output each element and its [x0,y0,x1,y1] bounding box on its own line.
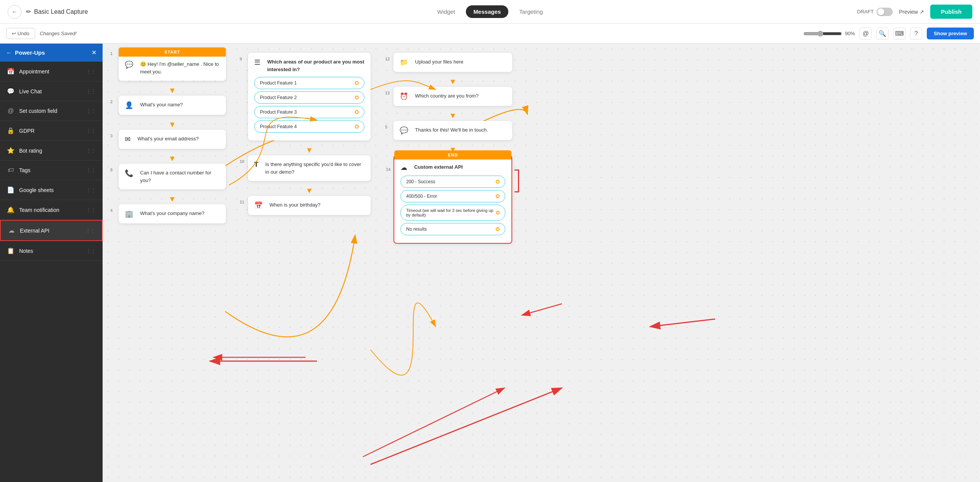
node-13-text: Which country are you from? [415,92,506,100]
option-pf3[interactable]: Product Feature 3 [254,106,364,118]
zoom-slider[interactable] [804,31,842,37]
node-11[interactable]: 11 📅 When is your birthday? [248,196,371,215]
drag-handle-set-custom-field: ⋮⋮ [87,108,96,114]
sidebar-item-google-sheets[interactable]: 📄 Google sheets ⋮⋮ [0,180,103,200]
arrow-12: ▼ [394,77,512,86]
sidebar-item-bot-rating[interactable]: ⭐ Bot rating ⋮⋮ [0,141,103,161]
back-button[interactable]: ← [8,5,21,19]
node-10[interactable]: 10 T Is there anything specific you'd li… [248,155,371,181]
sidebar-label-tags: Tags [19,167,31,173]
start-label: START [119,47,226,57]
saved-status: Changes Saved! [40,31,77,36]
node-9-num: 9 [240,57,242,61]
node-3-num: 3 [110,134,113,138]
svg-line-8 [363,388,505,457]
option-pf2[interactable]: Product Feature 2 [254,91,364,104]
node-2-text: What's your name? [140,101,220,109]
nav-right: DRAFT Preview ↗ Publish [857,5,972,19]
node-8-text: Can I have a contact number for you? [140,169,220,184]
draft-switch[interactable] [877,8,893,16]
node-13-num: 13 [385,91,390,95]
drag-handle-bot-rating: ⋮⋮ [87,148,96,153]
node-9-options: Product Feature 1 Product Feature 2 Prod… [254,77,364,133]
sidebar-item-left-gdpr: 🔒 GDPR [7,127,34,134]
node-13[interactable]: 13 ⏰ Which country are you from? [394,87,512,106]
sidebar-items-list: 📅 Appointment ⋮⋮ 💬 Live Chat ⋮⋮ @ Set cu… [0,62,103,261]
sidebar-item-tags[interactable]: 🏷 Tags ⋮⋮ [0,161,103,180]
sidebar-item-gdpr[interactable]: 🔒 GDPR ⋮⋮ [0,121,103,141]
node-8-num: 8 [110,168,113,172]
sidebar-item-appointment[interactable]: 📅 Appointment ⋮⋮ [0,62,103,81]
flow-canvas[interactable]: START 💬 😊 Hey! I'm @seller_name . Nice t… [103,44,980,482]
sidebar-item-team-notification[interactable]: 🔔 Team notification ⋮⋮ [0,200,103,220]
node-8[interactable]: 8 📞 Can I have a contact number for you? [119,164,226,189]
drag-handle-external-api: ⋮⋮ [86,228,95,233]
flow-col-2: 9 ☰ Which areas of our product are you m… [248,53,371,220]
node-14-text: Custom external API [414,163,505,171]
tab-widget[interactable]: Widget [430,5,463,18]
at-icon-button[interactable]: @ [859,28,872,40]
start-node[interactable]: START 💬 😊 Hey! I'm @seller_name . Nice t… [119,47,226,81]
arrow-2: ▼ [119,120,226,129]
sidebar-item-notes[interactable]: 📋 Notes ⋮⋮ [0,241,103,261]
node-12[interactable]: 12 📁 Upload your files here [394,53,512,72]
main-layout: ← Power-Ups ✕ 📅 Appointment ⋮⋮ 💬 Live Ch… [0,44,980,482]
help-icon-button[interactable]: ? [910,28,922,40]
node-2-num: 2 [110,99,113,104]
option-pf4[interactable]: Product Feature 4 [254,120,364,133]
node-9[interactable]: 9 ☰ Which areas of our product are you m… [248,53,371,140]
node-2[interactable]: 2 👤 What's your name? [119,96,226,115]
show-preview-button[interactable]: Show preview [927,28,974,39]
node-14-end[interactable]: END 14 ☁ Custom external API 200 - Succe… [394,155,512,244]
sidebar-label-set-custom-field: Set custom field [19,108,57,114]
publish-button[interactable]: Publish [930,5,972,19]
sidebar-label-gdpr: GDPR [19,128,34,134]
drag-handle-gdpr: ⋮⋮ [87,128,96,134]
option-no-results[interactable]: No results [400,223,505,235]
sidebar-close-icon[interactable]: ✕ [91,49,96,56]
node-3[interactable]: 3 ✉ What's your email address? [119,130,226,149]
sidebar-item-left-external-api: ☁ External API [8,227,49,234]
top-nav: ← ✏ Basic Lead Capture Widget Messages T… [0,0,980,24]
zoom-control: 90% [804,31,855,37]
option-400[interactable]: 400/500 - Error [400,190,505,202]
node-14-options: 200 - Success 400/500 - Error Timeout (w… [400,176,505,235]
node-10-num: 10 [240,159,244,164]
sidebar-icon-team-notification: 🔔 [7,206,15,213]
tab-messages[interactable]: Messages [466,5,509,18]
search-icon-button[interactable]: 🔍 [876,28,889,40]
node-12-icon: 📁 [400,58,408,67]
arrow-13: ▼ [394,111,512,120]
sidebar-item-live-chat[interactable]: 💬 Live Chat ⋮⋮ [0,81,103,101]
node-13-icon: ⏰ [400,92,408,101]
draft-toggle: DRAFT [857,8,893,16]
node-5[interactable]: 5 💬 Thanks for this! We'll be in touch. [394,121,512,140]
node-14-icon: ☁ [400,163,407,172]
flow-connections-svg [103,44,980,482]
option-pf1[interactable]: Product Feature 1 [254,77,364,89]
sidebar-item-set-custom-field[interactable]: @ Set custom field ⋮⋮ [0,101,103,121]
tab-targeting[interactable]: Targeting [511,5,550,18]
sidebar-item-left-set-custom-field: @ Set custom field [7,107,57,114]
sidebar-icon-appointment: 📅 [7,68,15,75]
node-9-icon: ☰ [254,58,260,67]
undo-button[interactable]: ↩ Undo [6,28,35,39]
arrow-1: ▼ [119,86,226,95]
sidebar-item-left-tags: 🏷 Tags [7,167,31,174]
node-4-icon: 🏢 [125,210,133,218]
option-200[interactable]: 200 - Success [400,176,505,188]
sidebar-item-external-api[interactable]: ☁ External API ⋮⋮ [0,220,103,241]
node-12-num: 12 [385,57,390,61]
nav-tabs: Widget Messages Targeting [430,5,550,18]
node-5-icon: 💬 [400,126,408,135]
draft-label: DRAFT [857,9,874,15]
keyboard-icon-button[interactable]: ⌨ [893,28,905,40]
node-8-icon: 📞 [125,169,133,177]
sidebar-icon-live-chat: 💬 [7,88,15,95]
node-1-text: 😊 Hey! I'm @seller_name . Nice to meet y… [140,60,220,75]
preview-button[interactable]: Preview ↗ [899,9,924,15]
node-3-text: What's your email address? [137,135,220,143]
node-9-text: Which areas of our product are you most … [267,58,364,73]
node-4[interactable]: 4 🏢 What's your company name? [119,204,226,223]
option-timeout[interactable]: Timeout (we will wait for 3 sec before g… [400,205,505,221]
